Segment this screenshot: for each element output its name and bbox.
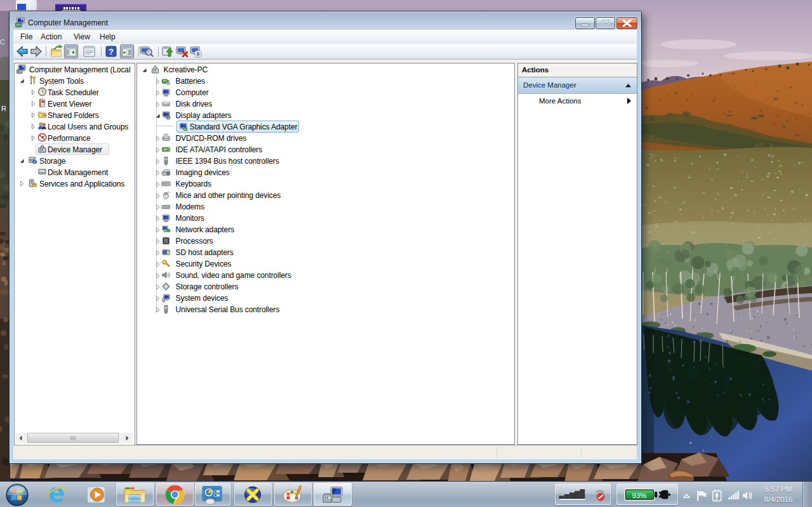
svg-text:93%: 93% xyxy=(632,492,646,499)
svg-text:?: ? xyxy=(109,47,114,56)
